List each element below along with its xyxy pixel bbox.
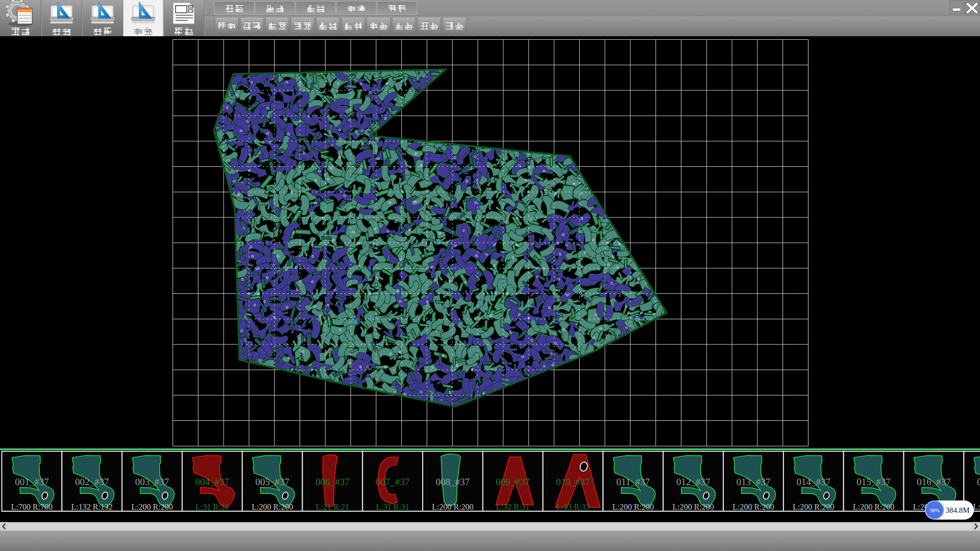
svg-text:002_#37: 002_#37	[75, 477, 109, 487]
svg-text:L:132 R:132: L:132 R:132	[71, 503, 113, 511]
svg-text:009_#37: 009_#37	[496, 477, 530, 487]
svg-text:384.8M: 384.8M	[945, 506, 969, 514]
svg-text:L:200 R:200: L:200 R:200	[432, 503, 473, 511]
svg-text:014_#37: 014_#37	[797, 477, 831, 487]
svg-text:001_#37: 001_#37	[15, 477, 49, 487]
svg-text:L:31 R:31: L:31 R:31	[376, 503, 409, 511]
svg-text:017_#37: 017_#37	[977, 477, 980, 487]
svg-text:L:200 R:200: L:200 R:200	[853, 503, 894, 511]
svg-text:011_#37: 011_#37	[617, 477, 650, 487]
svg-text:L:32 R:31: L:32 R:31	[496, 503, 529, 511]
svg-text:L:200 R:200: L:200 R:200	[793, 503, 834, 511]
svg-text:38%: 38%	[929, 508, 940, 513]
svg-text:008_#37: 008_#37	[436, 477, 470, 487]
svg-text:004_#37: 004_#37	[195, 477, 230, 487]
svg-text:L:200 R:200: L:200 R:200	[252, 503, 293, 511]
svg-text:007_#37: 007_#37	[376, 477, 410, 487]
svg-text:L:200 R:200: L:200 R:200	[973, 503, 980, 511]
svg-text:L:33 R:33: L:33 R:33	[556, 503, 590, 511]
svg-text:L:31 R:31: L:31 R:31	[195, 503, 229, 511]
svg-text:016_#37: 016_#37	[917, 477, 951, 487]
svg-text:L:21 R:21: L:21 R:21	[316, 503, 349, 511]
svg-text:010_#37: 010_#37	[556, 477, 590, 487]
svg-text:015_#37: 015_#37	[856, 477, 891, 487]
svg-text:005_#37: 005_#37	[255, 477, 289, 487]
svg-text:013_#37: 013_#37	[737, 477, 771, 487]
svg-text:L:200 R:200: L:200 R:200	[673, 503, 714, 511]
svg-text:L:200 R:200: L:200 R:200	[131, 503, 173, 511]
svg-text:006_#37: 006_#37	[315, 477, 350, 487]
svg-text:003_#37: 003_#37	[135, 477, 169, 487]
svg-text:L:700 R:700: L:700 R:700	[11, 503, 53, 511]
svg-text:L:200 R:200: L:200 R:200	[732, 503, 774, 511]
svg-text:012_#37: 012_#37	[676, 477, 710, 487]
svg-text:L:200 R:200: L:200 R:200	[612, 503, 654, 511]
